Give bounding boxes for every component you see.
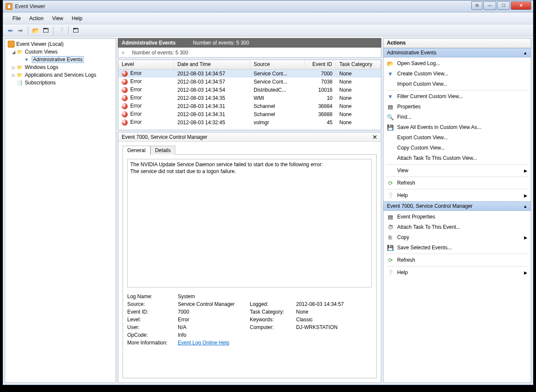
- funnel-icon: ▼: [387, 71, 394, 77]
- back-button[interactable]: ⬅: [6, 26, 15, 35]
- action-attach-task-event[interactable]: ⏱Attach Task To This Event...: [383, 222, 531, 232]
- actions-section-event[interactable]: Event 7000, Service Control Manager ▲: [383, 201, 531, 211]
- properties-icon: ▤: [387, 104, 394, 110]
- action-label: Help: [397, 269, 408, 275]
- menu-view[interactable]: View: [48, 14, 68, 23]
- action-refresh[interactable]: ⟳Refresh: [383, 178, 531, 188]
- toolbar-button-2[interactable]: 🗔: [41, 26, 51, 35]
- action-label: Copy Custom View...: [397, 145, 445, 151]
- chevron-right-icon: ▶: [524, 193, 527, 198]
- table-row[interactable]: !Error2012-08-03 14:34:35WMI10None: [118, 94, 381, 102]
- forward-button[interactable]: ➡: [16, 26, 25, 35]
- window-title: Event Viewer: [15, 3, 470, 9]
- col-source[interactable]: Source: [250, 60, 305, 69]
- action-save-selected[interactable]: 💾Save Selected Events...: [383, 242, 531, 253]
- separator: [386, 164, 528, 165]
- close-icon[interactable]: ✕: [372, 134, 377, 141]
- action-create-custom-view[interactable]: ▼Create Custom View...: [383, 69, 531, 79]
- maximize-button[interactable]: ☐: [497, 1, 510, 10]
- cell-date: 2012-08-03 14:34:54: [174, 87, 250, 93]
- action-help[interactable]: ❔Help▶: [383, 190, 531, 200]
- col-eventid[interactable]: Event ID: [305, 60, 336, 69]
- tab-details[interactable]: Details: [150, 146, 176, 155]
- action-help-2[interactable]: ❔Help▶: [383, 267, 531, 278]
- tree-subscriptions[interactable]: 📑 Subscriptions: [6, 79, 115, 87]
- cell-date: 2012-08-03 14:34:35: [174, 95, 250, 101]
- nav-tree[interactable]: Event Viewer (Local) ◢ 📁 Custom Views ▼ …: [5, 39, 116, 383]
- help-button[interactable]: ❔: [56, 26, 66, 35]
- menu-help[interactable]: Help: [68, 14, 87, 23]
- minimize-button[interactable]: —: [483, 1, 496, 10]
- action-label: Filter Current Custom View...: [397, 93, 463, 99]
- col-level[interactable]: Level: [118, 60, 174, 69]
- expand-icon[interactable]: ▷: [11, 65, 16, 70]
- lbl-opcode: OpCode:: [127, 332, 174, 338]
- tree-windows-logs[interactable]: ▷ 📁 Windows Logs: [6, 63, 115, 71]
- funnel-icon: ▿: [122, 50, 124, 56]
- show-hide-tree-button[interactable]: 📂: [31, 26, 40, 35]
- action-import-custom-view[interactable]: Import Custom View...: [383, 79, 531, 89]
- table-row[interactable]: !Error2012-08-03 14:34:31Schannel36884No…: [118, 102, 381, 110]
- tree-admin-events[interactable]: ▼ Administrative Events: [6, 56, 115, 63]
- tree-label: Administrative Events: [32, 56, 84, 63]
- action-find[interactable]: 🔍Find...: [383, 112, 531, 122]
- cell-task: None: [336, 120, 381, 126]
- cell-eventid: 10: [305, 95, 336, 101]
- table-body[interactable]: !Error2012-08-03 14:34:57Service Cont...…: [118, 69, 381, 130]
- table-row[interactable]: !Error2012-08-03 14:32:45volmgr45None: [118, 118, 381, 126]
- action-copy[interactable]: ⎘Copy▶: [383, 232, 531, 242]
- actions-list-2: ▤Event Properties ⏱Attach Task To This E…: [383, 211, 531, 278]
- action-save-all-events[interactable]: 💾Save All Events in Custom View As...: [383, 122, 531, 132]
- expand-icon[interactable]: ▷: [11, 73, 16, 78]
- tree-label: Subscriptions: [25, 80, 56, 86]
- link-online-help[interactable]: Event Log Online Help: [178, 340, 229, 346]
- find-icon: 🔍: [387, 114, 394, 120]
- event-viewer-icon: [8, 41, 15, 48]
- cell-level: !Error: [118, 119, 174, 126]
- table-row[interactable]: !Error2012-08-03 14:34:31Schannel36888No…: [118, 110, 381, 118]
- tree-root[interactable]: Event Viewer (Local): [6, 40, 115, 48]
- table-row[interactable]: !Error2012-08-03 14:34:57Service Cont...…: [118, 78, 381, 86]
- subscriptions-icon: 📑: [16, 79, 23, 86]
- val-eventid: 7000: [178, 309, 246, 315]
- cell-source: WMI: [250, 95, 305, 101]
- tree-custom-views[interactable]: ◢ 📁 Custom Views: [6, 48, 115, 56]
- tab-general[interactable]: General: [123, 146, 150, 155]
- menu-file[interactable]: File: [8, 14, 25, 23]
- detail-header: Event 7000, Service Control Manager ✕: [118, 132, 381, 142]
- tree-app-services[interactable]: ▷ 📁 Applications and Services Logs: [6, 71, 115, 79]
- action-copy-custom-view[interactable]: Copy Custom View...: [383, 143, 531, 153]
- col-date[interactable]: Date and Time: [174, 60, 250, 69]
- folder-icon: 📁: [16, 48, 23, 55]
- action-refresh-2[interactable]: ⟳Refresh: [383, 255, 531, 265]
- titlebar[interactable]: 📋 Event Viewer ⧉ — ☐ ✕: [3, 0, 533, 12]
- cell-source: DistributedC...: [250, 87, 305, 93]
- action-open-saved-log[interactable]: 📂Open Saved Log...: [383, 58, 531, 69]
- action-attach-task-view[interactable]: Attach Task To This Custom View...: [383, 153, 531, 163]
- properties-icon: ▤: [387, 214, 394, 220]
- menu-action[interactable]: Action: [25, 14, 48, 23]
- action-export-custom-view[interactable]: Export Custom View...: [383, 132, 531, 143]
- action-properties[interactable]: ▤Properties: [383, 102, 531, 112]
- table-row[interactable]: !Error2012-08-03 14:34:54DistributedC...…: [118, 86, 381, 94]
- chevron-right-icon: ▶: [524, 270, 527, 275]
- window-extra-button[interactable]: ⧉: [471, 1, 482, 10]
- action-label: Event Properties: [397, 214, 435, 220]
- action-label: Export Custom View...: [397, 135, 448, 141]
- toolbar-button-4[interactable]: 🗔: [71, 26, 81, 35]
- action-filter-current-view[interactable]: ▼Filter Current Custom View...: [383, 91, 531, 102]
- table-row[interactable]: !Error2012-08-03 14:34:57Service Cont...…: [118, 69, 381, 78]
- close-button[interactable]: ✕: [511, 1, 531, 10]
- action-event-properties[interactable]: ▤Event Properties: [383, 212, 531, 222]
- collapse-icon[interactable]: ◢: [11, 50, 16, 54]
- folder-icon: 📁: [16, 72, 23, 78]
- chevron-right-icon: ▶: [524, 168, 527, 173]
- actions-section-admin[interactable]: Administrative Events ▲: [383, 48, 531, 57]
- cell-date: 2012-08-03 14:34:57: [174, 71, 250, 77]
- detail-tabs: General Details: [123, 145, 377, 154]
- cell-task: None: [336, 87, 381, 93]
- tree-pane: Event Viewer (Local) ◢ 📁 Custom Views ▼ …: [5, 38, 116, 383]
- action-view-submenu[interactable]: View▶: [383, 165, 531, 176]
- cell-eventid: 45: [305, 120, 336, 126]
- col-task[interactable]: Task Category: [336, 60, 381, 69]
